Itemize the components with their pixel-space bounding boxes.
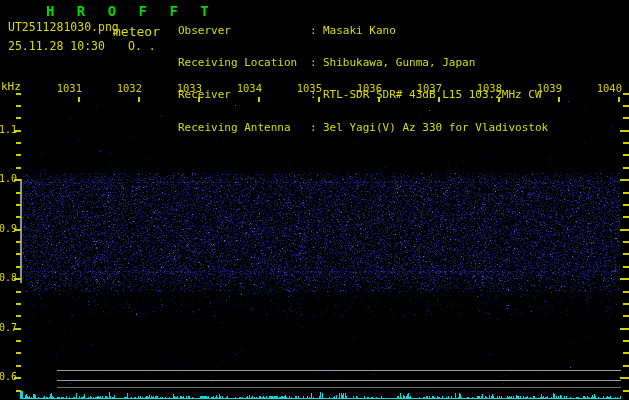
time-axis-label: 1033	[169, 82, 202, 94]
freq-tick-right	[623, 266, 629, 268]
freq-tick-left	[16, 117, 21, 119]
freq-tick-left	[16, 352, 21, 354]
time-axis-label: 1032	[109, 82, 142, 94]
freq-tick-right	[623, 390, 629, 392]
freq-tick-right	[620, 377, 629, 379]
freq-tick-right	[623, 93, 629, 95]
hrofft-spectrogram-page: H R O F F T UT2511281030.png meteor 25.1…	[0, 0, 629, 400]
station-label: meteor	[113, 24, 160, 39]
info-row-antenna: Receiving Antenna:3el Yagi(V) Az 330 for…	[178, 123, 548, 134]
freq-tick-right	[623, 117, 629, 119]
freq-tick-left	[16, 93, 21, 95]
freq-tick-right	[623, 241, 629, 243]
freq-tick-left	[16, 315, 21, 317]
time-axis-label: 1040	[589, 82, 622, 94]
freq-tick-right	[620, 328, 629, 330]
capture-filename: UT2511281030.png	[8, 20, 119, 34]
freq-tick-right	[623, 315, 629, 317]
freq-tick-right	[623, 105, 629, 107]
audio-status-indicator: O. .	[128, 39, 156, 53]
reference-line	[57, 370, 621, 371]
freq-tick-left	[16, 192, 21, 194]
time-tick	[618, 97, 620, 102]
time-axis-label: 1038	[469, 82, 502, 94]
freq-tick-left	[16, 154, 21, 156]
info-row-location: Receiving Location:Shibukawa, Gunma, Jap…	[178, 58, 548, 69]
freq-axis-label: 0.6	[0, 371, 17, 382]
info-colon: :	[310, 58, 323, 69]
freq-tick-right	[623, 154, 629, 156]
freq-tick-right	[623, 352, 629, 354]
info-colon: :	[310, 26, 323, 37]
time-axis-label: 1037	[409, 82, 442, 94]
time-tick	[78, 97, 80, 102]
freq-tick-left	[16, 340, 21, 342]
freq-axis-label: 0.9	[0, 223, 17, 234]
time-tick	[138, 97, 140, 102]
freq-tick-left	[16, 105, 21, 107]
freq-tick-left	[16, 241, 21, 243]
freq-tick-right	[623, 192, 629, 194]
info-label: Receiving Location	[178, 58, 310, 69]
freq-tick-right	[620, 229, 629, 231]
freq-tick-left	[16, 266, 21, 268]
freq-axis-label: 1.1	[0, 124, 17, 135]
freq-tick-left	[16, 253, 21, 255]
time-axis-label: 1039	[529, 82, 562, 94]
time-tick	[558, 97, 560, 102]
info-label: Receiving Antenna	[178, 123, 310, 134]
time-axis-label: 1035	[289, 82, 322, 94]
freq-tick-left	[16, 142, 21, 144]
freq-tick-left	[16, 390, 21, 392]
freq-tick-right	[623, 303, 629, 305]
time-axis-label: 1034	[229, 82, 262, 94]
freq-tick-right	[620, 278, 629, 280]
freq-tick-right	[620, 130, 629, 132]
freq-tick-right	[623, 291, 629, 293]
info-label: Observer	[178, 26, 310, 37]
freq-tick-left	[16, 216, 21, 218]
info-value: 3el Yagi(V) Az 330 for Vladivostok	[323, 123, 548, 134]
reference-line	[57, 380, 621, 381]
freq-tick-right	[623, 340, 629, 342]
freq-tick-left	[16, 204, 21, 206]
freq-axis-unit: kHz	[1, 80, 21, 93]
time-axis-label: 1031	[49, 82, 82, 94]
reference-line	[57, 387, 621, 388]
freq-tick-left	[16, 303, 21, 305]
freq-tick-left	[16, 365, 21, 367]
freq-tick-left	[16, 167, 21, 169]
freq-tick-right	[623, 216, 629, 218]
time-axis-label: 1036	[349, 82, 382, 94]
info-value: Shibukawa, Gunma, Japan	[323, 58, 475, 69]
freq-tick-right	[623, 365, 629, 367]
capture-timestamp: 25.11.28 10:30	[8, 39, 105, 53]
freq-axis-label: 0.7	[0, 322, 17, 333]
observer-info-table: Observer:Masaki Kano Receiving Location:…	[178, 4, 548, 155]
freq-tick-right	[620, 179, 629, 181]
freq-tick-right	[623, 167, 629, 169]
info-value: Masaki Kano	[323, 26, 396, 37]
freq-tick-right	[623, 142, 629, 144]
freq-tick-right	[623, 253, 629, 255]
freq-tick-left	[16, 291, 21, 293]
freq-tick-right	[623, 204, 629, 206]
freq-axis-label: 0.8	[0, 272, 17, 283]
freq-axis-label: 1.0	[0, 173, 17, 184]
info-row-observer: Observer:Masaki Kano	[178, 26, 548, 37]
info-colon: :	[310, 123, 323, 134]
